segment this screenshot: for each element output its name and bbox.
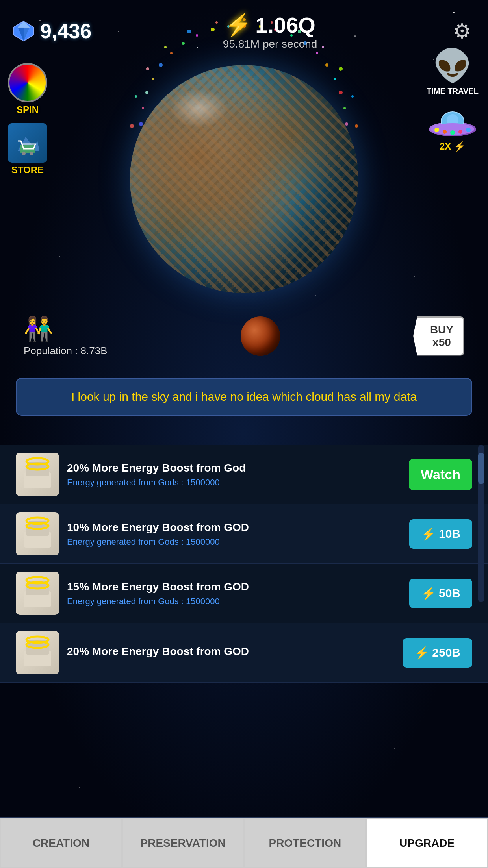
gems-count: 9,436 xyxy=(40,19,91,43)
svg-point-58 xyxy=(170,52,173,54)
lightning-icon: ⚡ xyxy=(414,646,429,660)
upgrade-name-4: 20% More Energy Boost from GOD xyxy=(67,644,395,659)
upgrade-info-2: 10% More Energy Boost from GOD Energy ge… xyxy=(67,520,401,547)
store-label: STORE xyxy=(11,165,44,176)
planet-area xyxy=(77,31,412,327)
quote-text: I look up in the sky and i have no idea … xyxy=(71,390,417,403)
lightning-icon: ⚡ xyxy=(421,527,436,541)
bottom-tabs: CREATION PRESERVATION PROTECTION UPGRADE xyxy=(0,817,488,868)
gem-icon xyxy=(12,19,35,43)
bottom-planet-area: 👫 Population : 8.73B BUYx50 xyxy=(0,315,488,357)
store-cart-icon xyxy=(8,123,47,163)
multiplier-label: 2X ⚡ xyxy=(440,141,466,152)
upgrade-icon-2 xyxy=(16,512,59,555)
svg-point-16 xyxy=(434,128,439,132)
svg-point-20 xyxy=(466,128,471,132)
planet-buildings xyxy=(130,65,358,293)
upgrade-name-2: 10% More Energy Boost from GOD xyxy=(67,520,401,535)
upgrade-item: 20% More Energy Boost from God Energy ge… xyxy=(0,445,488,504)
people-icons: 👫 xyxy=(24,315,53,343)
upgrade-energy-button-4[interactable]: ⚡ 250B xyxy=(403,638,472,668)
upgrade-item: 15% More Energy Boost from GOD Energy ge… xyxy=(0,564,488,623)
mars-planet[interactable] xyxy=(241,316,280,356)
upgrade-watch-button-1[interactable]: Watch xyxy=(409,459,472,490)
left-sidebar: SPIN STORE xyxy=(8,63,47,176)
settings-button[interactable]: ⚙ xyxy=(449,17,476,45)
quote-banner: I look up in the sky and i have no idea … xyxy=(16,378,472,416)
upgrade-btn-label-2: 10B xyxy=(439,527,460,540)
scroll-thumb[interactable] xyxy=(478,453,484,484)
planet-orbit xyxy=(91,26,398,333)
energy-per-second: 95.81M per second xyxy=(223,38,317,50)
time-travel-button[interactable]: 👽 TIME TRAVEL xyxy=(427,47,479,96)
store-button[interactable]: STORE xyxy=(8,123,47,176)
upgrade-item: 20% More Energy Boost from GOD ⚡ 250B xyxy=(0,623,488,683)
upgrade-btn-label-4: 250B xyxy=(432,646,460,659)
upgrade-info-3: 15% More Energy Boost from GOD Energy ge… xyxy=(67,580,401,606)
spin-label: SPIN xyxy=(17,104,39,115)
spin-wheel-icon xyxy=(8,63,47,102)
time-travel-label: TIME TRAVEL xyxy=(427,86,479,96)
gems-display: 9,436 xyxy=(12,19,91,43)
spin-button[interactable]: SPIN xyxy=(8,63,47,115)
ufo-icon xyxy=(425,107,480,139)
top-hud: 9,436 ⚡ 1.06Q 95.81M per second ⚙ xyxy=(0,0,488,50)
upgrade-info-1: 20% More Energy Boost from God Energy ge… xyxy=(67,461,401,487)
energy-amount: 1.06Q xyxy=(255,12,315,38)
lightning-icon: ⚡ xyxy=(421,587,436,600)
upgrade-desc-1: Energy generated from Gods : 1500000 xyxy=(67,477,401,488)
population-text: Population : 8.73B xyxy=(24,345,108,357)
upgrade-name-1: 20% More Energy Boost from God xyxy=(67,461,401,475)
svg-point-9 xyxy=(30,152,33,155)
population-area: 👫 Population : 8.73B xyxy=(24,315,108,357)
upgrade-desc-3: Energy generated from Gods : 1500000 xyxy=(67,596,401,607)
planet-highlight xyxy=(169,89,228,128)
upgrade-info-4: 20% More Energy Boost from GOD xyxy=(67,644,395,661)
upgrade-icon-1 xyxy=(16,453,59,496)
tab-creation[interactable]: CREATION xyxy=(0,818,122,868)
alien-icon: 👽 xyxy=(433,47,472,84)
tab-preservation[interactable]: PRESERVATION xyxy=(122,818,244,868)
upgrade-energy-button-3[interactable]: ⚡ 50B xyxy=(409,579,472,608)
planet[interactable] xyxy=(130,65,358,293)
ufo-button[interactable]: 2X ⚡ xyxy=(425,107,480,152)
upgrade-btn-label-3: 50B xyxy=(439,587,460,600)
scrollbar[interactable] xyxy=(478,445,484,602)
upgrade-item: 10% More Energy Boost from GOD Energy ge… xyxy=(0,504,488,564)
svg-point-26 xyxy=(316,52,318,54)
tab-upgrade[interactable]: UPGRADE xyxy=(366,818,488,868)
upgrade-name-3: 15% More Energy Boost from GOD xyxy=(67,580,401,594)
upgrade-icon-3 xyxy=(16,572,59,615)
gear-icon: ⚙ xyxy=(453,20,471,43)
upgrade-desc-2: Energy generated from Gods : 1500000 xyxy=(67,537,401,547)
upgrades-section: 20% More Energy Boost from God Energy ge… xyxy=(0,445,488,683)
svg-point-8 xyxy=(22,152,26,155)
svg-point-17 xyxy=(443,130,447,134)
right-sidebar: 👽 TIME TRAVEL 2X ⚡ xyxy=(425,47,480,152)
tab-protection[interactable]: PROTECTION xyxy=(244,818,366,868)
upgrade-energy-button-2[interactable]: ⚡ 10B xyxy=(409,519,472,549)
svg-point-19 xyxy=(458,130,462,134)
energy-display: ⚡ 1.06Q 95.81M per second xyxy=(223,12,317,50)
lightning-icon: ⚡ xyxy=(225,12,252,38)
upgrade-icon-4 xyxy=(16,631,59,674)
buy-x50-button[interactable]: BUYx50 xyxy=(413,316,464,356)
svg-point-18 xyxy=(450,130,455,135)
